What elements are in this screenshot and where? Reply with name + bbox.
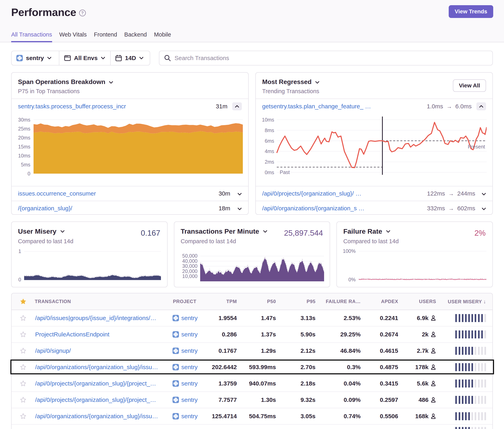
svg-text:0: 0 <box>18 277 21 282</box>
svg-text:15ms: 15ms <box>18 144 30 149</box>
svg-text:30ms: 30ms <box>18 117 30 123</box>
svg-text:25ms: 25ms <box>18 126 30 131</box>
svg-text:4ms: 4ms <box>265 149 274 154</box>
svg-text:2ms: 2ms <box>265 159 274 165</box>
svg-text:20ms: 20ms <box>18 135 30 140</box>
svg-text:30,000: 30,000 <box>182 263 197 269</box>
svg-text:6ms: 6ms <box>265 138 274 144</box>
svg-text:0: 0 <box>27 171 30 176</box>
svg-text:5ms: 5ms <box>21 162 30 167</box>
svg-text:1: 1 <box>18 248 21 254</box>
svg-text:0ms: 0ms <box>265 170 274 175</box>
svg-text:8ms: 8ms <box>265 128 274 133</box>
svg-text:50,000: 50,000 <box>182 253 197 259</box>
svg-text:10,000: 10,000 <box>182 273 197 279</box>
svg-text:0%: 0% <box>349 277 356 282</box>
svg-text:10ms: 10ms <box>18 153 30 158</box>
svg-text:40,000: 40,000 <box>182 258 197 264</box>
svg-text:20,000: 20,000 <box>182 268 197 274</box>
svg-text:Past: Past <box>280 169 290 175</box>
svg-text:100%: 100% <box>343 248 356 254</box>
svg-text:10ms: 10ms <box>262 117 274 123</box>
svg-text:Present: Present <box>468 144 485 149</box>
